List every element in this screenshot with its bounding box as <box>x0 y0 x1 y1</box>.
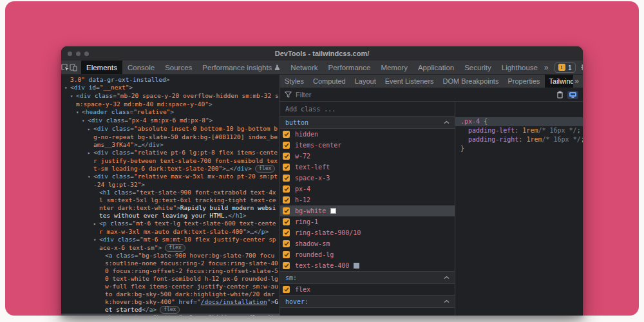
checked-checkbox[interactable] <box>283 131 290 138</box>
filter-bar[interactable]: Filter <box>280 88 583 102</box>
checked-checkbox[interactable] <box>283 286 290 293</box>
tab-computed[interactable]: Computed <box>308 75 350 88</box>
flex-adorner-badge[interactable]: flex <box>255 165 275 173</box>
tab-performance[interactable]: Performance <box>323 61 376 74</box>
close-window-button[interactable] <box>68 52 72 56</box>
class-row-text-slate-400[interactable]: text-slate-400 <box>280 260 455 271</box>
tab-performance-insights[interactable]: Performance insights <box>197 61 285 74</box>
row-overflow-dots[interactable]: … <box>63 314 67 316</box>
expand-arrow-closed-icon[interactable]: ▸ <box>88 149 93 157</box>
flex-adorner-badge[interactable]: flex <box>160 306 180 314</box>
issues-badge[interactable]: ! 1 <box>554 62 576 73</box>
tab-event-listeners[interactable]: Event Listeners <box>381 75 439 88</box>
settings-gear-icon[interactable] <box>580 63 583 71</box>
class-section-header-button[interactable]: button <box>280 116 455 129</box>
dom-node-line[interactable]: 3.0" data-gr-ext-installed> <box>61 76 279 84</box>
tab-network[interactable]: Network <box>285 61 323 74</box>
checked-checkbox[interactable] <box>283 229 290 236</box>
tab-dom-breakpoints[interactable]: DOM Breakpoints <box>439 75 504 88</box>
class-name-label: ring-1 <box>295 218 318 225</box>
window-controls <box>68 46 93 61</box>
expand-arrow-open-icon[interactable]: ▾ <box>93 236 99 244</box>
expand-arrow-open-icon[interactable]: ▾ <box>88 173 93 181</box>
issues-count: 1 <box>568 64 572 71</box>
class-row-shadow-sm[interactable]: shadow-sm <box>280 238 455 249</box>
attribute-link[interactable]: /docs/installation <box>201 298 267 305</box>
flex-adorner-badge[interactable]: flex <box>165 244 185 252</box>
dom-node-line[interactable]: ▾<div class="relative max-w-5xl mx-auto … <box>61 173 279 189</box>
class-row-items-center[interactable]: items-center <box>280 140 455 151</box>
class-row-ring-slate-900-10[interactable]: ring-slate-900/10 <box>280 227 455 238</box>
more-tabs-chevron-icon[interactable]: » <box>543 63 550 72</box>
css-property: padding-right <box>468 136 518 143</box>
tab-sources[interactable]: Sources <box>160 61 197 74</box>
chevron-up-icon[interactable] <box>444 276 450 279</box>
class-row-flex[interactable]: flex <box>280 284 455 295</box>
class-section-header-hover[interactable]: hover: <box>280 295 455 308</box>
class-row-space-x-3[interactable]: space-x-3 <box>280 173 455 184</box>
tab-console[interactable]: Console <box>122 61 160 74</box>
dom-node-line[interactable]: ▾<div class="mb-20 space-y-20 overflow-h… <box>61 92 279 108</box>
expand-arrow-open-icon[interactable]: ▾ <box>64 84 70 92</box>
checked-checkbox[interactable] <box>283 175 290 182</box>
class-row-h-12[interactable]: h-12 <box>280 194 455 205</box>
checked-checkbox[interactable] <box>283 262 290 269</box>
class-row-hidden[interactable]: hidden <box>280 129 455 140</box>
tab-lighthouse[interactable]: Lighthouse <box>497 61 543 74</box>
checked-checkbox[interactable] <box>283 240 290 247</box>
checked-checkbox[interactable] <box>283 251 290 258</box>
class-row-w-72[interactable]: w-72 <box>280 151 455 162</box>
inspect-element-icon[interactable] <box>61 61 70 74</box>
tab-layout[interactable]: Layout <box>350 75 381 88</box>
preview-monitor-icon[interactable] <box>567 91 578 99</box>
dom-node-line[interactable]: ▸<div class="absolute inset-0 bottom-10 … <box>61 125 279 149</box>
expand-arrow-closed-icon[interactable]: ▸ <box>93 220 99 228</box>
dom-node-line[interactable]: ▸<p class="mt-6 text-lg text-slate-600 t… <box>61 220 279 236</box>
class-row-px-4[interactable]: px-4 <box>280 184 455 194</box>
checked-checkbox[interactable] <box>283 196 290 204</box>
chevron-up-icon[interactable] <box>444 120 450 124</box>
zoom-window-button[interactable] <box>84 52 89 56</box>
expand-arrow-open-icon[interactable]: ▾ <box>70 93 76 100</box>
class-row-text-left[interactable]: text-left <box>280 162 455 173</box>
checked-checkbox[interactable] <box>283 164 290 171</box>
checked-checkbox[interactable] <box>283 207 290 214</box>
expand-arrow-closed-icon[interactable]: ▸ <box>99 314 105 316</box>
class-name-label: rounded-lg <box>295 251 334 258</box>
dom-node-line[interactable]: ▾<header class="relative"> <box>61 108 279 117</box>
chevron-up-icon[interactable] <box>444 299 450 303</box>
add-class-input[interactable]: Add class ... <box>280 102 455 116</box>
class-section-header-sm[interactable]: sm: <box>280 271 455 284</box>
minimize-window-button[interactable] <box>76 52 80 56</box>
expand-arrow-open-icon[interactable]: ▾ <box>76 109 82 117</box>
dom-node-line[interactable]: ▾<div id="__next"> <box>61 84 279 92</box>
class-row-ring-1[interactable]: ring-1 <box>280 216 455 227</box>
dom-node-line[interactable]: <h1 class="text-slate-900 font-extrabold… <box>61 189 279 220</box>
checked-checkbox[interactable] <box>283 185 290 193</box>
checked-checkbox[interactable] <box>283 153 290 160</box>
elements-tree: 3.0" data-gr-ext-installed>▾<div id="__n… <box>61 75 280 316</box>
dom-node-line[interactable]: ▾<div class="px-4 sm:px-6 md:px-8"> <box>61 117 279 125</box>
class-row-rounded-lg[interactable]: rounded-lg <box>280 249 455 260</box>
dom-node-line[interactable]: ▾<div class="mt-6 sm:mt-10 flex justify-… <box>61 236 279 252</box>
tab-elements[interactable]: Elements <box>81 61 122 74</box>
device-toolbar-icon[interactable] <box>70 61 77 74</box>
color-swatch <box>330 208 336 214</box>
panel-more-tabs-chevron-icon[interactable]: » <box>573 75 583 88</box>
dom-node-line-selected[interactable]: …▸<button type="button" class="hidden sm… <box>61 314 279 316</box>
dom-node-line[interactable]: <a class="bg-slate-900 hover:bg-slate-70… <box>61 252 279 314</box>
tab-memory[interactable]: Memory <box>375 61 413 74</box>
tab-tailwind-css[interactable]: Tailwind CSS <box>545 75 574 88</box>
tab-security[interactable]: Security <box>459 61 497 74</box>
dom-node-line[interactable]: ▸<div class="relative pt-6 lg:pt-8 flex … <box>61 149 279 173</box>
class-row-bg-white[interactable]: bg-white <box>280 205 455 216</box>
checked-checkbox[interactable] <box>283 218 290 225</box>
tab-styles[interactable]: Styles <box>280 75 308 88</box>
clear-trash-icon[interactable] <box>556 91 564 99</box>
tab-properties[interactable]: Properties <box>503 75 544 88</box>
expand-arrow-open-icon[interactable]: ▾ <box>82 117 88 125</box>
checked-checkbox[interactable] <box>283 142 290 149</box>
css-selector-line[interactable]: .px-4 { <box>455 117 583 126</box>
tab-application[interactable]: Application <box>413 61 459 74</box>
expand-arrow-closed-icon[interactable]: ▸ <box>88 126 93 133</box>
